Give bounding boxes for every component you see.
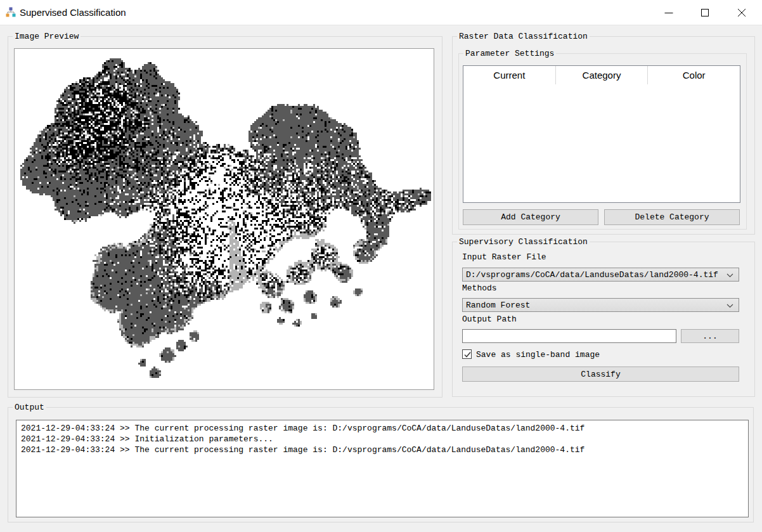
methods-combo[interactable]: Random Forest (462, 298, 739, 312)
input-raster-file-label: Input Raster File (462, 252, 546, 262)
raster-map-canvas[interactable] (15, 49, 434, 389)
column-header-current[interactable]: Current (463, 66, 556, 84)
minimize-button[interactable] (653, 0, 685, 25)
raster-classification-group: Raster Data Classification Parameter Set… (452, 36, 755, 235)
raster-classification-label: Raster Data Classification (457, 32, 590, 41)
log-line: 2021-12-29-04:33:24 >> The current proce… (21, 444, 744, 455)
column-header-category[interactable]: Category (556, 66, 649, 84)
hierarchy-icon (6, 7, 16, 17)
supervisory-classification-label: Supervisory Classification (457, 237, 590, 247)
single-band-label: Save as single-band image (476, 350, 600, 360)
parameter-settings-label: Parameter Settings (463, 49, 556, 58)
output-log[interactable]: 2021-12-29-04:33:24 >> The current proce… (16, 420, 749, 517)
output-group: Output 2021-12-29-04:33:24 >> The curren… (8, 407, 754, 522)
titlebar: Supervised Classification (0, 0, 762, 25)
close-icon (737, 8, 746, 17)
output-label: Output (13, 403, 46, 412)
maximize-button[interactable] (689, 0, 721, 25)
log-line: 2021-12-29-04:33:24 >> Initialization pa… (21, 434, 744, 444)
methods-value: Random Forest (463, 301, 530, 310)
methods-label: Methods (462, 283, 497, 293)
maximize-icon (701, 8, 709, 17)
browse-button[interactable]: ... (681, 329, 739, 343)
chevron-down-icon (726, 273, 733, 278)
output-path-input[interactable] (462, 329, 676, 343)
column-header-color[interactable]: Color (648, 66, 740, 84)
classify-button[interactable]: Classify (462, 367, 739, 382)
supervisory-classification-group: Supervisory Classification Input Raster … (452, 242, 755, 397)
map-frame (14, 48, 434, 390)
log-line: 2021-12-29-04:33:24 >> The current proce… (21, 423, 744, 434)
input-raster-file-value: D:/vsprograms/CoCA/data/LanduseDatas/lan… (463, 270, 718, 280)
input-raster-file-combo[interactable]: D:/vsprograms/CoCA/data/LanduseDatas/lan… (462, 268, 739, 282)
output-path-label: Output Path (462, 315, 517, 324)
delete-category-button[interactable]: Delete Category (604, 209, 740, 225)
window-title: Supervised Classification (20, 6, 126, 18)
app-window: Supervised Classification Image Preview … (0, 0, 762, 532)
check-icon (463, 351, 472, 359)
image-preview-label: Image Preview (13, 32, 81, 41)
single-band-checkbox[interactable] (462, 349, 472, 359)
category-table[interactable]: Current Category Color (463, 65, 740, 203)
category-table-header: Current Category Color (463, 66, 740, 84)
parameter-settings-group: Parameter Settings Current Category Colo… (458, 53, 747, 230)
minimize-icon (664, 8, 673, 17)
chevron-down-icon (726, 304, 733, 308)
close-button[interactable] (726, 0, 758, 25)
image-preview-group: Image Preview (8, 36, 442, 398)
add-category-button[interactable]: Add Category (463, 209, 598, 225)
